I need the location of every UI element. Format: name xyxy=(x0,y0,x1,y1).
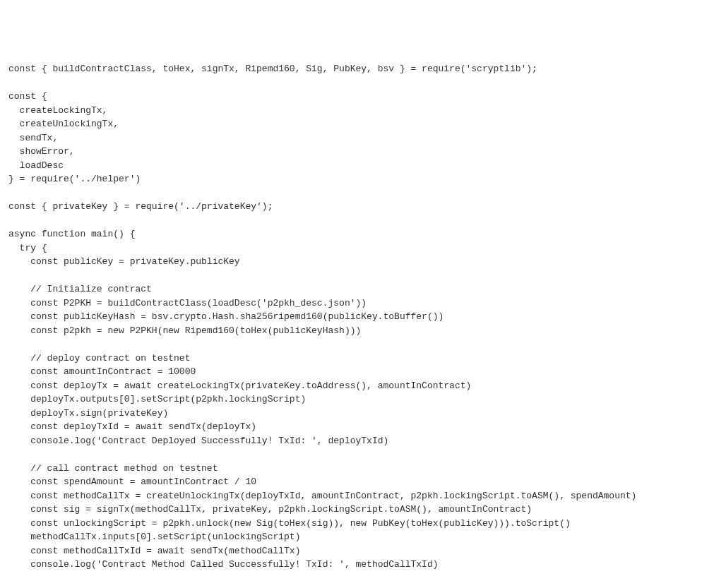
code-line: const publicKeyHash = bsv.crypto.Hash.sh… xyxy=(8,311,444,322)
code-line: const P2PKH = buildContractClass(loadDes… xyxy=(8,298,367,308)
code-line: deployTx.outputs[0].setScript(p2pkh.lock… xyxy=(8,394,306,404)
code-line: const publicKey = privateKey.publicKey xyxy=(8,256,240,267)
code-line: const spendAmount = amountInContract / 1… xyxy=(8,476,256,487)
code-line: try { xyxy=(8,243,47,253)
code-line: const methodCallTxId = await sendTx(meth… xyxy=(8,546,300,556)
code-line: async function main() { xyxy=(8,229,135,239)
code-line: const sig = signTx(methodCallTx, private… xyxy=(8,504,532,515)
code-line: createUnlockingTx, xyxy=(8,119,119,129)
code-line: deployTx.sign(privateKey) xyxy=(8,408,168,419)
code-line: const amountInContract = 10000 xyxy=(8,366,196,377)
code-line: console.log('Contract Method Called Succ… xyxy=(8,559,439,570)
code-line: sendTx, xyxy=(8,133,58,143)
code-line: showError, xyxy=(8,146,75,157)
code-line: const p2pkh = new P2PKH(new Ripemd160(to… xyxy=(8,325,361,336)
code-line: const { xyxy=(8,91,47,102)
code-line: const deployTx = await createLockingTx(p… xyxy=(8,380,471,391)
code-line: const methodCallTx = createUnlockingTx(d… xyxy=(8,491,636,501)
code-line: const { privateKey } = require('../priva… xyxy=(8,201,273,212)
code-line: } = require('../helper') xyxy=(8,174,141,184)
code-line: const unlockingScript = p2pkh.unlock(new… xyxy=(8,518,571,529)
code-line: // call contract method on testnet xyxy=(8,463,218,474)
code-line: loadDesc xyxy=(8,160,64,171)
code-line: // deploy contract on testnet xyxy=(8,353,190,364)
code-line: createLockingTx, xyxy=(8,105,107,116)
code-line: console.log('Contract Deployed Successfu… xyxy=(8,436,388,446)
code-line: const deployTxId = await sendTx(deployTx… xyxy=(8,421,256,432)
code-line: methodCallTx.inputs[0].setScript(unlocki… xyxy=(8,532,300,542)
code-line: // Initialize contract xyxy=(8,284,152,294)
code-line: const { buildContractClass, toHex, signT… xyxy=(8,64,537,74)
code-block: const { buildContractClass, toHex, signT… xyxy=(8,62,694,588)
